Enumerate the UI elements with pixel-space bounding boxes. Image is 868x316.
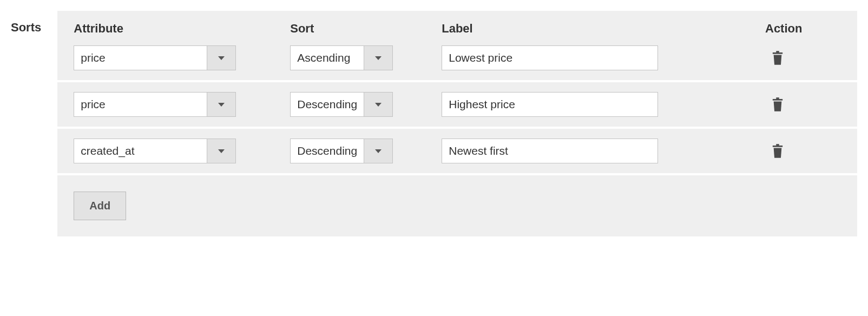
chevron-down-icon — [218, 149, 225, 153]
sort-dropdown-toggle[interactable] — [364, 139, 393, 163]
chevron-down-icon — [375, 56, 382, 60]
svg-rect-3 — [773, 99, 782, 101]
attribute-select[interactable] — [74, 92, 236, 117]
svg-rect-1 — [773, 52, 782, 54]
sort-select[interactable] — [290, 45, 393, 70]
delete-button[interactable] — [770, 142, 786, 160]
sort-input[interactable] — [290, 45, 364, 70]
label-input[interactable] — [442, 45, 658, 70]
label-input[interactable] — [442, 92, 658, 117]
footer-row: Add — [57, 173, 857, 236]
trash-icon — [772, 97, 784, 111]
sort-select[interactable] — [290, 139, 393, 163]
svg-rect-4 — [776, 144, 779, 146]
attribute-select[interactable] — [74, 139, 236, 163]
chevron-down-icon — [218, 56, 225, 60]
chevron-down-icon — [218, 103, 225, 107]
chevron-down-icon — [375, 149, 382, 153]
delete-button[interactable] — [770, 95, 786, 114]
sorts-panel: Attribute Sort Label Action — [57, 11, 857, 236]
svg-rect-0 — [776, 51, 779, 52]
delete-button[interactable] — [770, 49, 786, 67]
attribute-input[interactable] — [74, 139, 207, 163]
sort-select[interactable] — [290, 92, 393, 117]
table-row — [57, 127, 857, 173]
col-sort: Sort — [290, 22, 425, 36]
sort-input[interactable] — [290, 139, 364, 163]
add-button[interactable]: Add — [74, 192, 126, 220]
attribute-dropdown-toggle[interactable] — [207, 45, 236, 70]
trash-icon — [772, 51, 784, 65]
table-header: Attribute Sort Label Action — [57, 11, 857, 45]
sort-dropdown-toggle[interactable] — [364, 92, 393, 117]
attribute-input[interactable] — [74, 92, 207, 117]
section-label: Sorts — [11, 11, 41, 35]
sort-dropdown-toggle[interactable] — [364, 45, 393, 70]
label-input[interactable] — [442, 139, 658, 163]
attribute-input[interactable] — [74, 45, 207, 70]
svg-rect-2 — [776, 97, 779, 99]
attribute-dropdown-toggle[interactable] — [207, 92, 236, 117]
chevron-down-icon — [375, 103, 382, 107]
attribute-dropdown-toggle[interactable] — [207, 139, 236, 163]
attribute-select[interactable] — [74, 45, 236, 70]
table-row — [57, 80, 857, 127]
svg-rect-5 — [773, 146, 782, 147]
col-attribute: Attribute — [74, 22, 274, 36]
table-row — [57, 45, 857, 80]
sort-input[interactable] — [290, 92, 364, 117]
col-action: Action — [765, 22, 841, 36]
sorts-config-panel: Sorts Attribute Sort Label Action — [11, 11, 857, 236]
trash-icon — [772, 144, 784, 158]
col-label: Label — [442, 22, 749, 36]
